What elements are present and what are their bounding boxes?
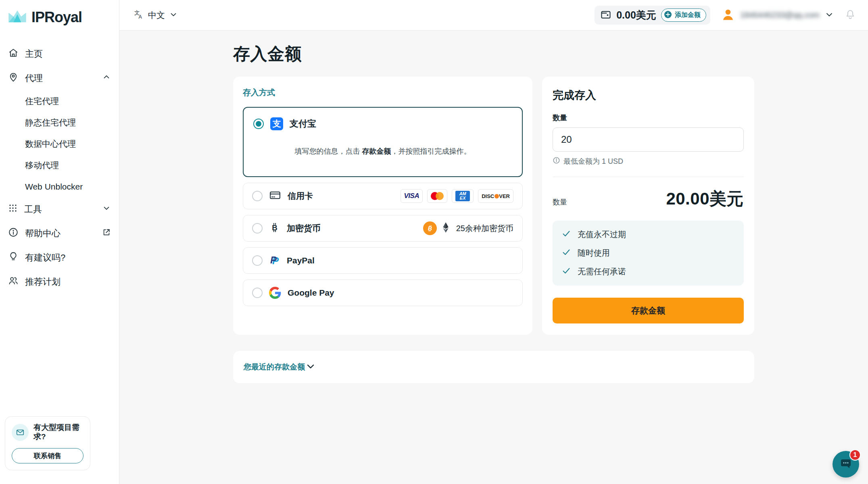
contact-sales-button[interactable]: 联系销售 bbox=[12, 448, 83, 463]
balance-amount: 0.00美元 bbox=[616, 8, 656, 22]
sidebar-item-suggestions[interactable]: 有建议吗? bbox=[8, 246, 111, 270]
sidebar-item-label: 代理 bbox=[25, 72, 96, 84]
sidebar-item-static-residential-proxies[interactable]: 静态住宅代理 bbox=[25, 112, 111, 133]
radio-google-pay[interactable] bbox=[252, 288, 263, 298]
ethereum-icon bbox=[441, 221, 450, 235]
sidebar-item-home[interactable]: 主页 bbox=[8, 42, 111, 66]
sidebar-item-mobile-proxies[interactable]: 移动代理 bbox=[25, 154, 111, 176]
home-icon bbox=[8, 48, 19, 60]
method-option-crypto[interactable]: B 加密货币 B bbox=[243, 215, 523, 242]
sidebar-item-web-unblocker[interactable]: Web Unblocker bbox=[25, 176, 111, 197]
sidebar-item-referral[interactable]: 推荐计划 bbox=[8, 270, 111, 294]
crown-icon bbox=[8, 10, 27, 25]
chat-bubble-icon bbox=[839, 457, 853, 472]
card-brand-badges: VISA AMEX DISCVER bbox=[401, 189, 513, 203]
sidebar-nav: 主页 代理 住宅代理 静态住宅代理 数据中心代理 移动代理 Web Unbloc… bbox=[8, 42, 111, 294]
method-label: 支付宝 bbox=[290, 118, 316, 130]
method-label: Google Pay bbox=[288, 288, 334, 298]
add-funds-button[interactable]: 添加金额 bbox=[661, 8, 706, 22]
total-row: 数量 20.00美元 bbox=[553, 188, 744, 210]
chevron-down-icon bbox=[305, 361, 316, 373]
bitcoin-outline-icon: B bbox=[269, 222, 280, 235]
sidebar-item-label: 工具 bbox=[24, 203, 96, 215]
alipay-icon: 支 bbox=[270, 117, 283, 130]
method-option-credit-card[interactable]: 信用卡 VISA AMEX DISCVER bbox=[243, 183, 523, 209]
avatar bbox=[721, 7, 735, 23]
sidebar-item-tools[interactable]: 工具 bbox=[8, 197, 111, 221]
brand-logo[interactable]: IPRoyal bbox=[8, 9, 111, 26]
method-option-google-pay[interactable]: Google Pay bbox=[243, 280, 523, 306]
sidebar-item-residential-proxies[interactable]: 住宅代理 bbox=[25, 90, 111, 112]
sidebar: IPRoyal 主页 代理 住宅代理 静态住 bbox=[0, 0, 119, 484]
total-value: 20.00美元 bbox=[666, 188, 744, 210]
discover-o-dot bbox=[495, 194, 499, 198]
crypto-count-label: 25余种加密货币 bbox=[456, 223, 513, 234]
chevron-down-icon bbox=[824, 10, 834, 21]
chevron-down-icon bbox=[169, 10, 178, 21]
external-link-icon bbox=[102, 228, 111, 239]
promo-title: 有大型项目需求? bbox=[33, 423, 83, 442]
enterprise-promo-card: 有大型项目需求? 联系销售 bbox=[5, 416, 90, 470]
deposit-methods-card: 存入方式 支 支付宝 填写您的信息，点击 存款金额，并按照指引完成操作。 bbox=[233, 77, 532, 335]
benefits-list: 充值永不过期 随时使用 无需任何承诺 bbox=[553, 221, 744, 286]
mastercard-badge bbox=[427, 189, 447, 203]
deposit-submit-button[interactable]: 存款金额 bbox=[553, 298, 744, 323]
page-title: 存入金额 bbox=[233, 43, 754, 65]
proxies-submenu: 住宅代理 静态住宅代理 数据中心代理 移动代理 Web Unblocker bbox=[25, 90, 111, 197]
credit-card-icon bbox=[269, 189, 281, 203]
location-pin-icon bbox=[8, 72, 19, 85]
sidebar-item-label: 帮助中心 bbox=[25, 227, 96, 240]
account-menu[interactable]: 1846446233@qq.com bbox=[721, 7, 834, 23]
radio-paypal[interactable] bbox=[252, 255, 263, 266]
google-icon bbox=[269, 287, 281, 299]
bitcoin-icon: B bbox=[423, 221, 437, 235]
svg-text:P: P bbox=[270, 255, 277, 265]
recent-deposits-toggle[interactable]: 您最近的存款金额 bbox=[233, 351, 754, 383]
chevron-up-icon bbox=[102, 73, 111, 84]
check-icon bbox=[561, 229, 571, 240]
sidebar-item-label: 推荐计划 bbox=[25, 276, 111, 288]
svg-text:A: A bbox=[139, 14, 142, 20]
recent-deposits-label: 您最近的存款金额 bbox=[244, 362, 305, 372]
radio-alipay[interactable] bbox=[253, 119, 264, 129]
paypal-icon: P P bbox=[269, 254, 280, 267]
sidebar-item-help-center[interactable]: 帮助中心 bbox=[8, 221, 111, 246]
people-icon bbox=[8, 275, 19, 288]
svg-text:B: B bbox=[272, 223, 277, 232]
summary-title: 完成存入 bbox=[553, 88, 744, 102]
topbar: 文 A 中文 0.00美元 添加金额 bbox=[119, 0, 868, 31]
check-icon bbox=[561, 266, 571, 277]
grid-icon bbox=[8, 203, 18, 215]
add-funds-label: 添加金额 bbox=[675, 11, 701, 19]
method-label: 信用卡 bbox=[288, 190, 313, 202]
sidebar-item-datacenter-proxies[interactable]: 数据中心代理 bbox=[25, 133, 111, 154]
radio-credit-card[interactable] bbox=[252, 191, 263, 201]
envelope-icon bbox=[12, 424, 29, 441]
method-option-paypal[interactable]: P P PayPal bbox=[243, 247, 523, 274]
benefit-item: 充值永不过期 bbox=[561, 229, 735, 240]
method-label: PayPal bbox=[287, 256, 315, 265]
method-option-alipay[interactable]: 支 支付宝 填写您的信息，点击 存款金额，并按照指引完成操作。 bbox=[243, 107, 523, 177]
translate-icon: 文 A bbox=[133, 9, 144, 21]
amex-badge: AMEX bbox=[452, 189, 474, 203]
brand-name: IPRoyal bbox=[31, 9, 82, 26]
check-icon bbox=[561, 247, 571, 259]
info-icon bbox=[553, 156, 560, 166]
language-selector[interactable]: 文 A 中文 bbox=[133, 9, 178, 21]
chevron-down-icon bbox=[102, 204, 111, 215]
benefit-item: 无需任何承诺 bbox=[561, 266, 735, 277]
benefit-item: 随时使用 bbox=[561, 247, 735, 259]
amount-input[interactable] bbox=[553, 127, 744, 152]
radio-crypto[interactable] bbox=[252, 223, 263, 234]
notifications-button[interactable] bbox=[845, 9, 856, 21]
method-label: 加密货币 bbox=[287, 223, 321, 234]
sidebar-item-proxies[interactable]: 代理 bbox=[8, 66, 111, 90]
sidebar-item-label: 主页 bbox=[25, 48, 111, 60]
chat-widget-button[interactable]: 1 bbox=[833, 451, 859, 478]
methods-section-label: 存入方式 bbox=[243, 87, 523, 98]
minimum-amount-note: 最低金额为 1 USD bbox=[553, 156, 744, 166]
total-label: 数量 bbox=[553, 197, 567, 210]
divider bbox=[553, 177, 744, 177]
chat-unread-badge: 1 bbox=[849, 449, 861, 461]
main-content: 存入金额 存入方式 支 支付宝 填写您的信息，点击 存款金额，并按照指引完成操作… bbox=[119, 31, 868, 484]
